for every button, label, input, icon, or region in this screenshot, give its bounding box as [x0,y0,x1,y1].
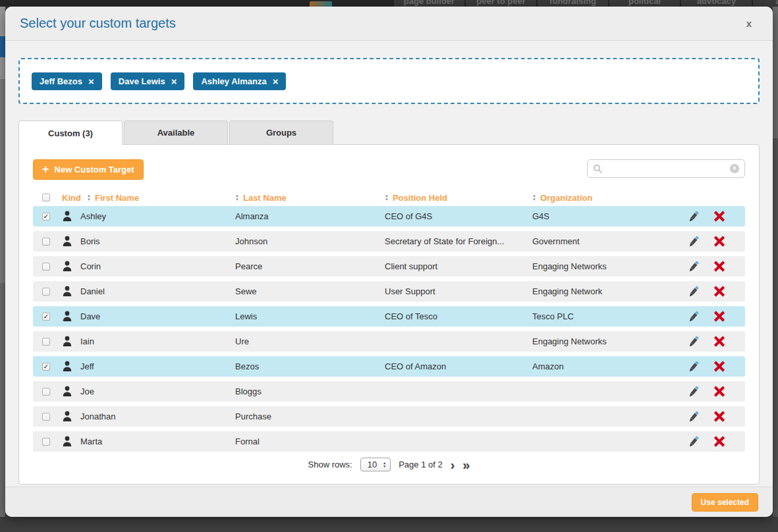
modal-title: Select your custom targets [20,16,176,31]
close-icon[interactable]: x [746,18,752,29]
column-header-kind[interactable]: Kind [62,193,87,203]
delete-x-icon[interactable] [713,261,725,272]
cell-last-name: Sewe [235,286,385,296]
select-all-checkbox[interactable] [42,194,50,201]
cell-last-name: Ure [235,336,385,346]
search-box[interactable]: × [587,159,745,178]
edit-pencil-icon[interactable] [687,285,713,298]
table-row[interactable]: Corin Pearce Client support Engaging Net… [33,256,745,277]
custom-tab-panel: + New Custom Target × Kind ▲▼ [18,144,760,485]
person-icon [62,386,80,397]
column-header-last-name[interactable]: ▲▼ Last Name [235,193,385,203]
sort-down-arrow: ▼ [385,198,389,201]
row-checkbox[interactable]: ✓ [42,213,50,221]
next-page-icon[interactable]: › [451,460,455,469]
cell-last-name: Pearce [235,261,385,271]
column-label: First Name [95,193,139,203]
cell-last-name: Purchase [235,412,385,421]
delete-x-icon[interactable] [713,211,725,222]
row-checkbox[interactable] [42,413,50,421]
edit-pencil-icon[interactable] [687,360,713,373]
edit-pencil-icon[interactable] [687,410,713,423]
person-icon [62,336,80,347]
chip-jeff-bezos[interactable]: Jeff Bezos × [32,72,102,90]
cell-position: Client support [385,261,532,271]
row-checkbox[interactable] [42,288,50,296]
chip-ashley-almanza[interactable]: Ashley Almanza × [193,72,286,90]
delete-x-icon[interactable] [713,236,725,247]
delete-x-icon[interactable] [713,386,725,397]
row-checkbox[interactable] [42,238,50,246]
delete-x-icon[interactable] [713,436,725,447]
search-icon [593,164,602,173]
edit-pencil-icon[interactable] [687,235,713,248]
table-row[interactable]: Marta Fornal [33,431,745,452]
cell-organization: G4S [532,211,687,221]
table-row[interactable]: ✓ Jeff Bezos CEO of Amazon Amazon [33,356,745,377]
background-logo [310,1,332,7]
last-page-icon[interactable]: » [462,460,470,469]
edit-pencil-icon[interactable] [687,210,713,223]
row-checkbox[interactable] [42,438,50,446]
clear-search-icon[interactable]: × [730,164,739,173]
backdrop-nav-label: fundraising [549,0,596,7]
table-row[interactable]: ✓ Ashley Almanza CEO of G4S G4S [33,206,745,226]
edit-pencil-icon[interactable] [687,335,713,348]
row-checkbox[interactable] [42,338,50,346]
table-row[interactable]: Jonathan Purchase [33,406,745,427]
edit-pencil-icon[interactable] [687,385,713,398]
chip-remove-icon[interactable]: × [171,77,177,86]
select-stepper-icon: ▲▼ [383,462,386,467]
table-row[interactable]: Boris Johnson Secretary of State for For… [33,231,745,252]
chip-dave-lewis[interactable]: Dave Lewis × [111,72,185,90]
delete-x-icon[interactable] [713,311,725,322]
cell-last-name: Fornal [235,437,385,446]
edit-pencil-icon[interactable] [687,435,713,448]
column-header-organization[interactable]: ▲▼ Organization [532,193,687,203]
delete-x-icon[interactable] [713,336,725,347]
chip-label: Jeff Bezos [40,76,82,86]
cell-position: Secretary of State for Foreign... [385,236,532,246]
show-rows-label: Show rows: [308,460,352,469]
rows-per-page-select[interactable]: 10 ▲▼ [360,458,391,471]
tab-groups[interactable]: Groups [229,120,333,144]
cell-first-name: Boris [80,236,235,246]
delete-x-icon[interactable] [713,286,725,297]
sort-icon[interactable]: ▲▼ [87,194,91,201]
pagination: Show rows: 10 ▲▼ Page 1 of 2 › » [19,458,759,471]
table-row[interactable]: Daniel Sewe User Support Engaging Networ… [33,281,745,302]
new-custom-target-button[interactable]: + New Custom Target [33,159,144,180]
table-row[interactable]: Iain Ure Engaging Networks [33,331,745,352]
delete-x-icon[interactable] [713,361,725,372]
sort-icon[interactable]: ▲▼ [385,194,389,201]
row-checkbox[interactable] [42,263,50,271]
chip-remove-icon[interactable]: × [273,77,279,86]
search-input[interactable] [606,163,726,174]
cell-position: CEO of Tesco [385,311,532,321]
column-header-position-held[interactable]: ▲▼ Position Held [385,193,532,203]
sort-up-arrow: ▲ [385,194,389,198]
edit-pencil-icon[interactable] [687,260,713,273]
row-checkbox[interactable]: ✓ [42,313,50,321]
table-row[interactable]: Joe Bloggs [33,381,745,402]
table-row[interactable]: ✓ Dave Lewis CEO of Tesco Tesco PLC [33,306,745,327]
person-icon [62,261,80,272]
use-selected-button[interactable]: Use selected [692,493,758,512]
edit-pencil-icon[interactable] [687,310,713,323]
backdrop-nav-label: page builder [404,0,455,7]
tab-label: Available [157,128,195,138]
row-checkbox[interactable]: ✓ [42,363,50,371]
sort-icon[interactable]: ▲▼ [532,194,536,201]
sort-icon[interactable]: ▲▼ [235,194,239,201]
tab-available[interactable]: Available [124,120,228,144]
row-checkbox[interactable] [42,388,50,396]
cell-first-name: Jeff [80,361,235,371]
cell-position: CEO of G4S [385,211,532,221]
tab-custom-3[interactable]: Custom (3) [18,120,123,145]
person-icon [62,236,80,247]
backdrop-nav-item: peer to peer [466,0,536,7]
chip-remove-icon[interactable]: × [88,77,94,86]
column-header-first-name[interactable]: ▲▼ First Name [87,193,235,203]
person-icon [62,286,80,297]
delete-x-icon[interactable] [713,411,725,422]
